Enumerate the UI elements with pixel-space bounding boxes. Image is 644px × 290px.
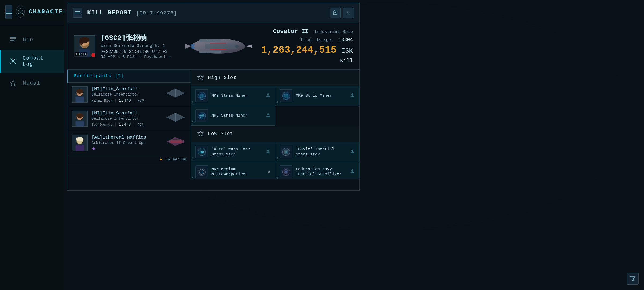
combat-icon: [8, 56, 18, 66]
svg-point-12: [79, 38, 84, 44]
content-area: Participants [2]: [67, 70, 359, 179]
low-slot-title: Low Slot: [208, 131, 233, 136]
victim-datetime: 2022/05/29 21:41:06 UTC +2: [101, 49, 175, 54]
low-slot-icon: [196, 129, 205, 138]
sidebar-item-bio[interactable]: Bio: [0, 29, 64, 50]
participants-title: Participants [2]: [74, 73, 124, 79]
slot-item-high-2[interactable]: 1 MK9 Strip Miner: [275, 86, 359, 106]
amount-row: ▲ 14,447.00: [67, 155, 191, 164]
sidebar-item-combat[interactable]: Combat Log: [0, 50, 64, 73]
sidebar-item-medal-label: Medal: [23, 80, 40, 86]
kill-type: Kill: [261, 58, 353, 64]
svg-rect-1: [10, 37, 16, 38]
menu-button-small[interactable]: [73, 8, 82, 18]
person-icon-high-1: [266, 93, 270, 99]
participant-item[interactable]: [MI]Elin_Starfall Bellicose Interdictor …: [67, 83, 191, 107]
kill-report-title: KILL REPORT [ID:7199275]: [87, 10, 325, 16]
participant-item-2[interactable]: [MI]Elin_Starfall Bellicose Interdictor …: [67, 107, 191, 131]
kill-report-window: KILL REPORT [ID:7199275] ✕: [67, 3, 360, 191]
header-actions: ✕: [330, 8, 354, 18]
ship-image: [181, 30, 256, 62]
high-slot-header: High Slot: [191, 70, 359, 86]
slot-item-icon-low-3: [195, 165, 208, 178]
svg-marker-38: [92, 147, 96, 150]
victim-section: 1 Kill [GSC2]张栩萌 Warp Scramble Strength:…: [67, 23, 359, 70]
svg-point-19: [230, 45, 233, 47]
participant-avatar-3: [72, 135, 88, 151]
participant-name-2: [MI]Elin_Starfall: [92, 111, 161, 116]
participant-avatar-1: [72, 86, 88, 103]
ship-thumb-1: [165, 86, 186, 100]
hamburger-line-2: [6, 12, 12, 12]
svg-point-56: [201, 151, 203, 153]
participant-avatar-2: [72, 111, 88, 127]
sidebar-navigation: Bio Combat Log Medal: [0, 24, 64, 290]
svg-rect-22: [210, 43, 226, 44]
svg-point-31: [76, 113, 83, 118]
participant-details-3: [AL]Ethereal Maffios Arbitrator II Cover…: [92, 135, 161, 151]
participant-name-3: [AL]Ethereal Maffios: [92, 135, 161, 140]
slot-item-low-1[interactable]: 1 'Aura' Warp Core Stabilizer: [191, 142, 275, 162]
svg-point-21: [191, 46, 195, 49]
participant-avatar-img-2: [72, 111, 87, 126]
ship-thumb-3: [165, 135, 186, 148]
export-button[interactable]: [330, 8, 341, 18]
sidebar-item-medal[interactable]: Medal: [0, 73, 64, 93]
ship-thumb-2: [165, 111, 186, 124]
slot-item-name-low-3: MK5 Medium Microwarpdrive: [211, 167, 265, 177]
slot-item-name-low-2: 'Basic' Inertial Stabilizer: [296, 147, 347, 157]
slot-item-low-3[interactable]: 1 MK5 Medium Microwarpdrive ✕: [191, 162, 275, 179]
svg-point-54: [267, 113, 269, 115]
participant-ship-3: Arbitrator II Covert Ops: [92, 141, 161, 145]
victim-name: [GSC2]张栩萌: [101, 33, 175, 42]
bio-icon: [8, 35, 18, 44]
slot-item-high-3[interactable]: 1 MK9 Strip Miner: [191, 106, 275, 126]
svg-point-49: [351, 93, 353, 96]
character-portrait-icon: [16, 6, 25, 18]
svg-rect-32: [76, 121, 84, 126]
hamburger-button[interactable]: [5, 5, 12, 19]
victim-location: RJ-VOP < 3-PC31 < Feythabolis: [101, 55, 175, 59]
participant-item-3[interactable]: [AL]Ethereal Maffios Arbitrator II Cover…: [67, 131, 191, 155]
svg-rect-23: [210, 49, 226, 50]
participant-stats-1: Final Blow | 13478 | 97%: [92, 98, 161, 103]
close-icon: ✕: [347, 10, 350, 16]
slot-item-name-high-3: MK9 Strip Miner: [211, 113, 262, 118]
victim-warp-scramble: Warp Scramble Strength: 1: [101, 44, 175, 48]
red-status-dot: [91, 53, 95, 57]
slot-item-name-low-4: Federation Navy Inertial Stabilizer: [296, 167, 347, 177]
slot-item-low-4[interactable]: 1 Federation Navy Inertial Stabilizer: [275, 162, 359, 179]
high-slot-icon: [196, 73, 205, 82]
svg-point-57: [267, 150, 269, 152]
high-slot-grid: 1 MK9 Strip Miner: [191, 86, 359, 126]
participant-avatar-img-3: [72, 135, 87, 151]
participant-stats-2: Top Damage | 13478 | 97%: [92, 122, 161, 127]
damage-label: Total damage: 13804: [261, 37, 353, 42]
victim-avatar: 1 Kill: [74, 35, 95, 57]
svg-rect-37: [76, 145, 84, 151]
slots-panel: High Slot 1: [191, 70, 359, 179]
medal-icon: [8, 78, 18, 88]
participant-name-1: [MI]Elin_Starfall: [92, 86, 161, 92]
filter-button[interactable]: [627, 273, 639, 285]
sidebar-header: CHARACTER: [0, 0, 64, 24]
participant-list: [MI]Elin_Starfall Bellicose Interdictor …: [67, 83, 191, 179]
svg-rect-16: [199, 51, 221, 53]
sidebar: CHARACTER Bio Combat Log: [0, 0, 64, 290]
sidebar-item-combat-label: Combat Log: [23, 55, 57, 67]
participant-purple-icon: [92, 147, 161, 151]
svg-point-18: [235, 45, 239, 48]
svg-point-61: [351, 150, 353, 152]
person-icon-low-2: [350, 149, 355, 155]
slot-item-name-high-1: MK9 Strip Miner: [211, 93, 262, 99]
slot-item-icon-low-2: [280, 146, 292, 158]
menu-line-3: [75, 14, 80, 15]
slot-item-low-2[interactable]: 1 'Basic' Inertial Stabilizer: [275, 142, 359, 162]
slot-item-high-1[interactable]: 1 MK9 Strip Miner: [191, 86, 275, 106]
close-icon-low-3: ✕: [268, 169, 270, 175]
participant-avatar-img-1: [72, 87, 87, 102]
close-report-button[interactable]: ✕: [343, 8, 354, 18]
participant-details-1: [MI]Elin_Starfall Bellicose Interdictor …: [92, 86, 161, 103]
slot-item-icon-high-1: [195, 89, 208, 102]
person-icon-low-4: [350, 169, 355, 175]
